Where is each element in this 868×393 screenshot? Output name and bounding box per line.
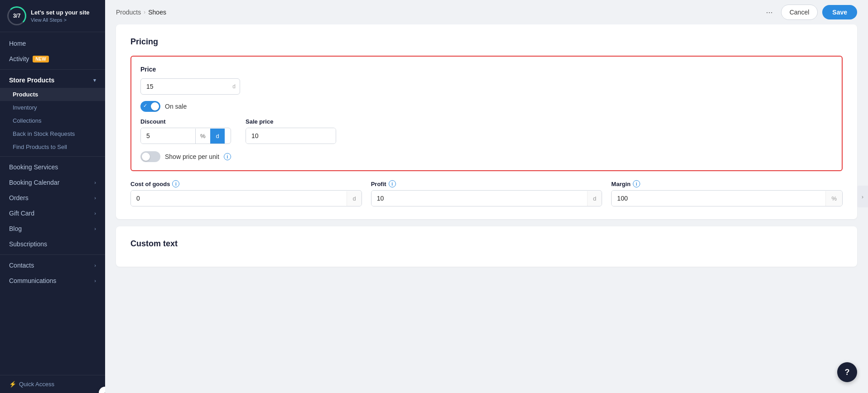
show-price-per-unit-row: Show price per unit i: [140, 151, 833, 162]
quick-access-icon: ⚡: [9, 381, 16, 388]
sidebar-header: 3/7 Let's set up your site View All Step…: [0, 0, 105, 32]
cost-input[interactable]: [131, 191, 347, 206]
margin-label-text: Margin: [611, 181, 631, 187]
sidebar-item-inventory[interactable]: Inventory: [0, 101, 105, 114]
profit-info-icon[interactable]: i: [389, 180, 396, 187]
store-products-label: Store Products: [9, 77, 54, 84]
cost-of-goods-group: Cost of goods i d: [130, 180, 362, 206]
sidebar-item-home[interactable]: Home: [0, 36, 105, 51]
discount-sale-row: Discount % d Sale price d: [140, 118, 833, 144]
profit-group: Profit i d: [371, 180, 603, 206]
communications-label: Communications: [9, 277, 56, 284]
sidebar-item-booking-calendar[interactable]: Booking Calendar ›: [0, 175, 105, 190]
sidebar-item-gift-card[interactable]: Gift Card ›: [0, 206, 105, 221]
booking-calendar-label: Booking Calendar: [9, 179, 59, 186]
main-content: Products › Shoes ··· Cancel Save Pricing…: [105, 0, 868, 393]
inventory-label: Inventory: [13, 104, 37, 111]
discount-input[interactable]: [141, 128, 195, 144]
booking-services-label: Booking Services: [9, 163, 58, 171]
blog-label: Blog: [9, 225, 22, 232]
cost-label-text: Cost of goods: [130, 181, 170, 187]
discount-pct: %: [195, 129, 210, 144]
cost-info-icon[interactable]: i: [172, 180, 179, 187]
find-products-label: Find Products to Sell: [13, 144, 67, 150]
cancel-button[interactable]: Cancel: [781, 5, 818, 20]
breadcrumb: Products › Shoes: [116, 9, 166, 16]
price-label: Price: [140, 66, 833, 73]
margin-info-icon[interactable]: i: [633, 180, 640, 187]
pricing-card: Pricing Price d ✓ On sa: [116, 24, 857, 219]
help-button[interactable]: ?: [837, 362, 857, 382]
setup-title: Let's set up your site: [31, 9, 90, 17]
breadcrumb-current: Shoes: [148, 9, 166, 16]
sidebar-item-back-in-stock[interactable]: Back in Stock Requests: [0, 127, 105, 140]
sidebar-item-products[interactable]: Products: [0, 88, 105, 101]
nav-divider-1: [0, 69, 105, 70]
gift-card-chevron: ›: [94, 211, 96, 216]
gift-card-label: Gift Card: [9, 210, 34, 217]
on-sale-row: ✓ On sale: [140, 101, 833, 112]
on-sale-label: On sale: [165, 103, 187, 110]
show-price-toggle[interactable]: [140, 151, 160, 162]
sidebar-item-collections[interactable]: Collections: [0, 114, 105, 127]
discount-field-group: Discount % d: [140, 118, 231, 144]
discount-input-wrap: % d: [140, 128, 231, 144]
discount-label: Discount: [140, 118, 231, 125]
margin-input-wrap: %: [611, 190, 843, 206]
sidebar-item-communications[interactable]: Communications ›: [0, 273, 105, 288]
custom-text-title: Custom text: [130, 239, 843, 249]
sale-price-input[interactable]: [246, 128, 336, 144]
price-input[interactable]: [140, 78, 240, 95]
show-price-info-icon[interactable]: i: [224, 153, 231, 160]
sidebar-item-blog[interactable]: Blog ›: [0, 221, 105, 236]
communications-chevron: ›: [94, 278, 96, 283]
discount-currency-button[interactable]: d: [210, 129, 225, 144]
orders-label: Orders: [9, 194, 29, 201]
save-button[interactable]: Save: [822, 5, 857, 19]
collections-label: Collections: [13, 117, 42, 124]
right-edge-arrow[interactable]: ›: [857, 186, 868, 207]
topbar-actions: ··· Cancel Save: [762, 5, 857, 20]
margin-input[interactable]: [612, 191, 825, 206]
profit-label: Profit i: [371, 180, 603, 187]
price-input-group: d: [140, 78, 240, 95]
back-in-stock-label: Back in Stock Requests: [13, 130, 75, 137]
profit-input-wrap: d: [371, 190, 603, 206]
margin-suffix: %: [825, 191, 842, 206]
toggle-thumb: [151, 102, 159, 110]
sidebar-item-contacts[interactable]: Contacts ›: [0, 258, 105, 273]
activity-label: Activity: [9, 55, 29, 62]
sale-price-field-group: Sale price d: [246, 118, 336, 144]
breadcrumb-products-link[interactable]: Products: [116, 9, 141, 16]
cost-label: Cost of goods i: [130, 180, 362, 187]
sale-price-input-wrap: d: [246, 128, 336, 144]
sidebar-item-subscriptions[interactable]: Subscriptions: [0, 236, 105, 252]
show-price-label: Show price per unit: [165, 153, 219, 160]
sidebar-item-orders[interactable]: Orders ›: [0, 190, 105, 206]
sidebar-item-booking-services[interactable]: Booking Services: [0, 159, 105, 175]
more-options-button[interactable]: ···: [762, 6, 776, 19]
margin-label: Margin i: [611, 180, 843, 187]
quick-access-label: Quick Access: [19, 381, 54, 388]
pricing-highlighted-section: Price d ✓ On sale: [130, 56, 843, 171]
custom-text-card: Custom text: [116, 226, 857, 267]
sidebar-item-store-products[interactable]: Store Products ▾: [0, 72, 105, 88]
on-sale-toggle[interactable]: ✓: [140, 101, 160, 112]
sidebar-item-activity[interactable]: Activity NEW: [0, 51, 105, 67]
orders-chevron: ›: [94, 195, 96, 201]
toggle-check-icon: ✓: [143, 103, 147, 109]
store-products-chevron: ▾: [93, 77, 96, 83]
sidebar-footer: ⚡ Quick Access: [0, 375, 105, 393]
view-all-steps-link[interactable]: View All Steps >: [31, 17, 90, 23]
contacts-label: Contacts: [9, 262, 34, 269]
cost-suffix: d: [347, 191, 361, 206]
profit-suffix: d: [587, 191, 602, 206]
nav-divider-2: [0, 156, 105, 157]
metrics-row: Cost of goods i d Profit i d: [130, 180, 843, 206]
sidebar-item-find-products[interactable]: Find Products to Sell: [0, 140, 105, 153]
products-label: Products: [13, 91, 38, 98]
booking-calendar-chevron: ›: [94, 180, 96, 185]
contacts-chevron: ›: [94, 263, 96, 268]
profit-input[interactable]: [371, 191, 587, 206]
quick-access-button[interactable]: ⚡ Quick Access: [9, 381, 96, 388]
